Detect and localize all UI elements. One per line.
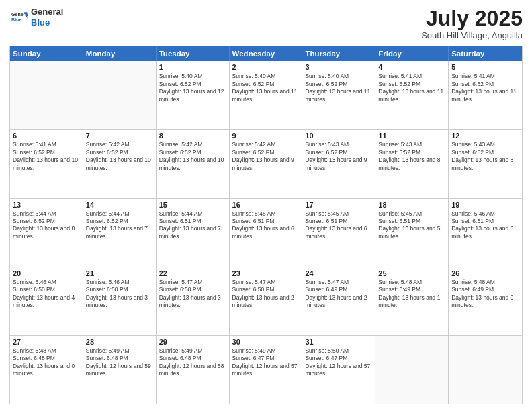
day-cell-9: 9Sunrise: 5:42 AM Sunset: 6:52 PM Daylig… — [230, 130, 303, 197]
day-number: 19 — [451, 201, 519, 209]
page: General Blue General Blue July 2025 Sout… — [0, 0, 532, 411]
day-cell-30: 30Sunrise: 5:49 AM Sunset: 6:47 PM Dayli… — [230, 336, 303, 404]
day-info: Sunrise: 5:41 AM Sunset: 6:52 PM Dayligh… — [13, 141, 80, 172]
day-cell-7: 7Sunrise: 5:42 AM Sunset: 6:52 PM Daylig… — [83, 130, 157, 197]
day-cell-29: 29Sunrise: 5:49 AM Sunset: 6:48 PM Dayli… — [157, 336, 230, 404]
empty-cell — [83, 61, 157, 129]
empty-cell — [449, 336, 522, 404]
day-cell-22: 22Sunrise: 5:47 AM Sunset: 6:50 PM Dayli… — [157, 267, 230, 335]
day-cell-26: 26Sunrise: 5:48 AM Sunset: 6:49 PM Dayli… — [449, 267, 522, 335]
day-info: Sunrise: 5:42 AM Sunset: 6:52 PM Dayligh… — [232, 141, 300, 172]
day-number: 7 — [86, 132, 153, 140]
calendar: SundayMondayTuesdayWednesdayThursdayFrid… — [9, 46, 523, 404]
day-number: 21 — [86, 269, 153, 277]
day-number: 31 — [305, 338, 372, 346]
day-header-wednesday: Wednesday — [230, 46, 303, 61]
day-cell-28: 28Sunrise: 5:49 AM Sunset: 6:48 PM Dayli… — [83, 336, 157, 404]
day-cell-15: 15Sunrise: 5:44 AM Sunset: 6:51 PM Dayli… — [157, 199, 230, 267]
day-cell-14: 14Sunrise: 5:44 AM Sunset: 6:52 PM Dayli… — [83, 199, 157, 267]
day-info: Sunrise: 5:41 AM Sunset: 6:52 PM Dayligh… — [378, 73, 445, 103]
logo-icon: General Blue — [9, 8, 28, 27]
day-header-thursday: Thursday — [302, 46, 375, 61]
month-year: July 2025 — [421, 7, 523, 30]
day-cell-11: 11Sunrise: 5:43 AM Sunset: 6:52 PM Dayli… — [375, 130, 449, 197]
day-header-monday: Monday — [83, 46, 157, 61]
day-number: 9 — [232, 132, 300, 140]
day-info: Sunrise: 5:41 AM Sunset: 6:52 PM Dayligh… — [451, 73, 519, 103]
day-info: Sunrise: 5:44 AM Sunset: 6:52 PM Dayligh… — [13, 210, 80, 241]
day-info: Sunrise: 5:44 AM Sunset: 6:52 PM Dayligh… — [86, 210, 153, 241]
day-number: 18 — [378, 201, 445, 209]
day-info: Sunrise: 5:43 AM Sunset: 6:52 PM Dayligh… — [378, 141, 445, 172]
day-info: Sunrise: 5:43 AM Sunset: 6:52 PM Dayligh… — [451, 141, 519, 172]
calendar-body: 1Sunrise: 5:40 AM Sunset: 6:52 PM Daylig… — [10, 61, 522, 404]
svg-text:Blue: Blue — [11, 17, 21, 22]
header: General Blue General Blue July 2025 Sout… — [9, 7, 523, 40]
day-info: Sunrise: 5:40 AM Sunset: 6:52 PM Dayligh… — [232, 73, 300, 103]
week-row-2: 6Sunrise: 5:41 AM Sunset: 6:52 PM Daylig… — [10, 129, 522, 197]
day-cell-25: 25Sunrise: 5:48 AM Sunset: 6:49 PM Dayli… — [375, 267, 449, 335]
day-info: Sunrise: 5:47 AM Sunset: 6:50 PM Dayligh… — [159, 279, 226, 310]
day-number: 3 — [305, 63, 372, 71]
day-cell-20: 20Sunrise: 5:46 AM Sunset: 6:50 PM Dayli… — [10, 267, 83, 335]
calendar-header: SundayMondayTuesdayWednesdayThursdayFrid… — [10, 46, 522, 61]
day-info: Sunrise: 5:45 AM Sunset: 6:51 PM Dayligh… — [305, 210, 372, 241]
day-cell-3: 3Sunrise: 5:40 AM Sunset: 6:52 PM Daylig… — [302, 61, 375, 129]
day-info: Sunrise: 5:48 AM Sunset: 6:48 PM Dayligh… — [13, 347, 80, 378]
day-number: 22 — [159, 269, 226, 277]
day-cell-17: 17Sunrise: 5:45 AM Sunset: 6:51 PM Dayli… — [302, 199, 375, 267]
day-info: Sunrise: 5:47 AM Sunset: 6:49 PM Dayligh… — [305, 279, 372, 310]
location: South Hill Village, Anguilla — [421, 30, 523, 40]
day-info: Sunrise: 5:49 AM Sunset: 6:48 PM Dayligh… — [86, 347, 153, 378]
day-cell-16: 16Sunrise: 5:45 AM Sunset: 6:51 PM Dayli… — [230, 199, 303, 267]
day-info: Sunrise: 5:46 AM Sunset: 6:50 PM Dayligh… — [13, 279, 80, 310]
day-cell-21: 21Sunrise: 5:46 AM Sunset: 6:50 PM Dayli… — [83, 267, 157, 335]
day-number: 16 — [232, 201, 300, 209]
day-number: 1 — [159, 63, 226, 71]
day-header-sunday: Sunday — [10, 46, 83, 61]
day-number: 12 — [451, 132, 519, 140]
day-number: 28 — [86, 338, 153, 346]
day-cell-27: 27Sunrise: 5:48 AM Sunset: 6:48 PM Dayli… — [10, 336, 83, 404]
week-row-1: 1Sunrise: 5:40 AM Sunset: 6:52 PM Daylig… — [10, 61, 522, 129]
day-cell-24: 24Sunrise: 5:47 AM Sunset: 6:49 PM Dayli… — [302, 267, 375, 335]
day-info: Sunrise: 5:48 AM Sunset: 6:49 PM Dayligh… — [451, 279, 519, 310]
week-row-5: 27Sunrise: 5:48 AM Sunset: 6:48 PM Dayli… — [10, 335, 522, 404]
day-number: 2 — [232, 63, 300, 71]
day-info: Sunrise: 5:45 AM Sunset: 6:51 PM Dayligh… — [232, 210, 300, 241]
logo-text: General Blue — [31, 7, 63, 28]
day-info: Sunrise: 5:42 AM Sunset: 6:52 PM Dayligh… — [159, 141, 226, 172]
day-cell-4: 4Sunrise: 5:41 AM Sunset: 6:52 PM Daylig… — [375, 61, 449, 129]
day-cell-31: 31Sunrise: 5:50 AM Sunset: 6:47 PM Dayli… — [302, 336, 375, 404]
day-number: 4 — [378, 63, 445, 71]
day-number: 6 — [13, 132, 80, 140]
day-header-friday: Friday — [375, 46, 449, 61]
day-info: Sunrise: 5:50 AM Sunset: 6:47 PM Dayligh… — [305, 347, 372, 378]
day-number: 14 — [86, 201, 153, 209]
day-cell-10: 10Sunrise: 5:43 AM Sunset: 6:52 PM Dayli… — [302, 130, 375, 197]
day-number: 11 — [378, 132, 445, 140]
day-number: 27 — [13, 338, 80, 346]
day-number: 30 — [232, 338, 300, 346]
empty-cell — [375, 336, 449, 404]
empty-cell — [10, 61, 83, 129]
day-cell-1: 1Sunrise: 5:40 AM Sunset: 6:52 PM Daylig… — [157, 61, 230, 129]
week-row-4: 20Sunrise: 5:46 AM Sunset: 6:50 PM Dayli… — [10, 267, 522, 335]
day-cell-6: 6Sunrise: 5:41 AM Sunset: 6:52 PM Daylig… — [10, 130, 83, 197]
day-number: 17 — [305, 201, 372, 209]
day-info: Sunrise: 5:46 AM Sunset: 6:50 PM Dayligh… — [86, 279, 153, 310]
day-info: Sunrise: 5:49 AM Sunset: 6:48 PM Dayligh… — [159, 347, 226, 378]
day-info: Sunrise: 5:46 AM Sunset: 6:51 PM Dayligh… — [451, 210, 519, 241]
logo-general: General — [31, 7, 63, 17]
day-cell-8: 8Sunrise: 5:42 AM Sunset: 6:52 PM Daylig… — [157, 130, 230, 197]
title-block: July 2025 South Hill Village, Anguilla — [421, 7, 523, 40]
day-info: Sunrise: 5:43 AM Sunset: 6:52 PM Dayligh… — [305, 141, 372, 172]
day-cell-2: 2Sunrise: 5:40 AM Sunset: 6:52 PM Daylig… — [230, 61, 303, 129]
day-header-tuesday: Tuesday — [157, 46, 230, 61]
day-info: Sunrise: 5:48 AM Sunset: 6:49 PM Dayligh… — [378, 279, 445, 310]
day-number: 10 — [305, 132, 372, 140]
logo-blue: Blue — [31, 17, 50, 28]
day-cell-23: 23Sunrise: 5:47 AM Sunset: 6:50 PM Dayli… — [230, 267, 303, 335]
day-cell-19: 19Sunrise: 5:46 AM Sunset: 6:51 PM Dayli… — [449, 199, 522, 267]
day-cell-5: 5Sunrise: 5:41 AM Sunset: 6:52 PM Daylig… — [449, 61, 522, 129]
